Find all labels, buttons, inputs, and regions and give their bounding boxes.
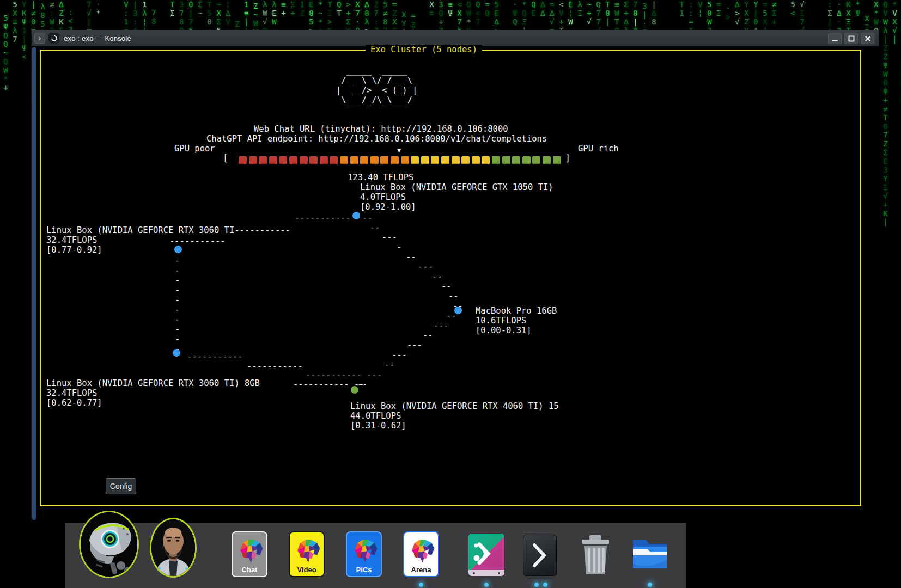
man-avatar[interactable] (150, 518, 197, 578)
titlebar[interactable]: › exo : exo — Konsole (32, 30, 879, 46)
gauge-square (289, 156, 297, 164)
gauge-square (421, 156, 429, 164)
api-endpoint: ChatGPT API endpoint: http://192.168.0.1… (206, 134, 547, 144)
topology-dash-segment: - (175, 295, 180, 305)
dock-app-label: Chat (242, 566, 258, 574)
matrix-column: *Ψ (853, 0, 862, 17)
topology-dash-segment: -- (432, 272, 442, 281)
brain-logo-icon (235, 536, 266, 564)
topology-dash-segment: - (175, 256, 180, 266)
robot-head-image (81, 512, 137, 577)
gauge-square (340, 156, 348, 164)
matrix-column: ·ΨQ (510, 0, 520, 26)
topology-dash-segment: --- (407, 340, 422, 350)
topology-dash-segment: - (175, 324, 180, 334)
man-portrait-image (151, 519, 195, 576)
terminal-area[interactable]: Exo Cluster (5 nodes) _____ _____ / _ \ … (32, 46, 880, 522)
node-dot-blue (352, 212, 360, 219)
matrix-column: =Q (483, 0, 492, 17)
topology-dash-segment: --- (382, 232, 397, 242)
tab-chevron-button[interactable]: › (34, 33, 45, 44)
gauge-square (259, 156, 267, 164)
matrix-column: ·> (723, 4, 733, 21)
gauge-square (502, 156, 510, 164)
gauge-marker-icon: ▼ (397, 145, 401, 155)
matrix-column: 78 (149, 8, 159, 26)
matrix-column: ≡+ (279, 0, 288, 17)
gauge-square (380, 156, 388, 164)
gauge-square (482, 156, 490, 164)
running-indicator-dot (484, 583, 489, 587)
running-indicator-dot (543, 583, 547, 587)
konsole-dock-icon[interactable] (523, 535, 557, 576)
node-label: Linux Box (NVIDIA GEFORCE RTX 4060 TI) 1… (350, 401, 559, 431)
konsole-window: › exo : exo — Konsole Exo Cluster (5 nod… (31, 30, 879, 522)
gauge-square (279, 156, 287, 164)
gauge-square (431, 156, 439, 164)
window-title: exo : exo — Konsole (64, 34, 131, 42)
gauge-square (330, 156, 338, 164)
topology-dash-segment: --- (434, 321, 449, 330)
topology-dash-segment: -- (448, 291, 459, 301)
dock-app-chat[interactable]: Chat (232, 531, 267, 577)
gauge-square (522, 156, 531, 164)
gpu-rich-label: GPU rich (578, 144, 619, 154)
dock-app-label: PICs (356, 566, 372, 574)
topology-dash-segment: -- (370, 223, 380, 232)
dock-app-arena[interactable]: Arena (403, 531, 439, 577)
matrix-column: |∆8 (649, 0, 659, 26)
gauge-square (543, 156, 551, 164)
topology-dash-segment: - (175, 305, 180, 315)
topology-dash-segment: - (175, 285, 180, 295)
gauge-square (320, 156, 328, 164)
gauge-square (532, 156, 540, 164)
gauge-open-bracket: [ (223, 153, 228, 163)
matrix-column: TΣ (168, 0, 177, 17)
dock-app-pics[interactable]: PICs (346, 531, 382, 577)
matrix-column: 5X≡λ7 (10, 0, 20, 44)
gauge-square (411, 156, 419, 164)
matrix-column: ∆>√ (733, 0, 742, 26)
exo-cluster-panel: Exo Cluster (5 nodes) (40, 50, 861, 506)
gauge-square (360, 156, 368, 164)
close-button[interactable] (861, 33, 874, 44)
matrix-column: 5< (788, 0, 797, 17)
topology-dash-segment: - (175, 266, 180, 275)
terminal-chevron-icon (523, 535, 556, 575)
trash-icon[interactable] (576, 534, 614, 578)
gauge-square (269, 156, 277, 164)
matrix-column: ∆∆ (538, 0, 547, 17)
running-indicator-dot (534, 583, 539, 587)
matrix-column: V¦ (696, 0, 705, 17)
file-manager-folder-icon[interactable] (631, 536, 669, 575)
matrix-column: *VX√| (890, 0, 899, 44)
config-button[interactable]: Config (106, 478, 136, 494)
topology-dash-segment: - (175, 275, 180, 285)
gauge-square (472, 156, 480, 164)
gauge-close-bracket: ] (565, 153, 570, 163)
topology-dash-segment: -- (385, 360, 395, 370)
node-dot-blue (173, 349, 180, 357)
media-player-app-icon[interactable] (468, 534, 504, 576)
dock-app-video[interactable]: Video (289, 531, 325, 577)
robot-avatar[interactable] (79, 511, 139, 578)
minimize-button[interactable] (828, 33, 842, 44)
matrix-column: E¦W (566, 0, 575, 26)
topology-dash-segment: ----------- (247, 362, 303, 371)
topology-dash-segment: -- (362, 213, 373, 223)
node-label: Linux Box (NVIDIA GEFORCE RTX 3060 TI---… (46, 225, 290, 255)
matrix-column: 1Z (297, 0, 307, 17)
matrix-column: ·* (94, 0, 103, 17)
dock-app-label: Video (297, 566, 316, 574)
node-label: MacBook Pro 16GB 10.6TFLOPS [0.00-0.31] (476, 306, 557, 335)
web-chat-url: Web Chat URL (tinychat): http://192.168.… (254, 124, 508, 134)
terminal-scrollbar[interactable] (32, 47, 36, 520)
maximize-button[interactable] (844, 33, 858, 44)
gauge-square (512, 156, 520, 164)
exo-ascii-logo: _____ _____ / _ \ \/ / _ \ | __/> < (_) … (336, 66, 417, 105)
matrix-column: Q<7 (473, 0, 483, 26)
matrix-column: ~+√ (585, 0, 594, 26)
gauge-square (239, 156, 247, 164)
topology-dash-segment: ----------- (187, 352, 243, 362)
topology-dash-segment: -- (357, 379, 368, 389)
